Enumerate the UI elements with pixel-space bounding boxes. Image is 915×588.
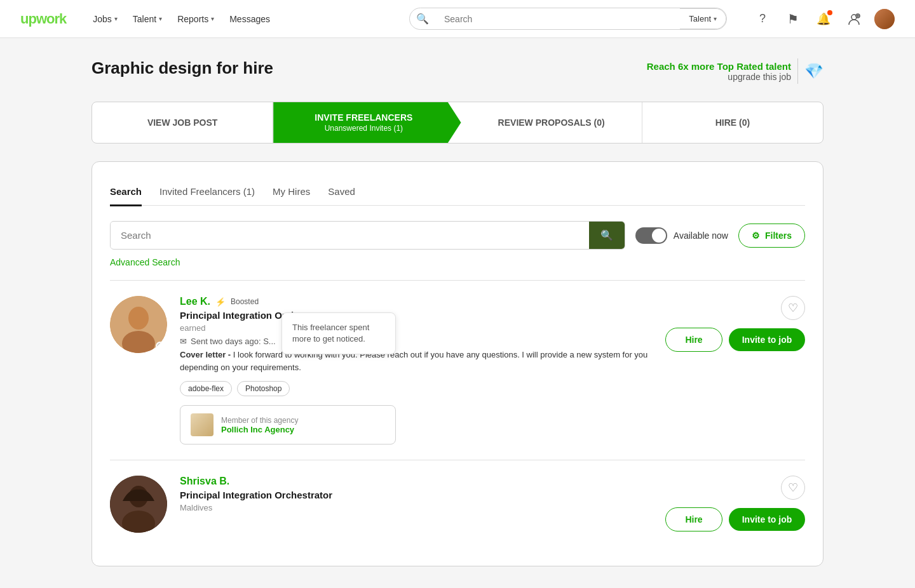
nav-reports[interactable]: Reports ▾ [171, 10, 220, 28]
svg-point-3 [128, 307, 149, 330]
chevron-down-icon: ▾ [114, 15, 118, 22]
tab-my-hires[interactable]: My Hires [273, 180, 310, 206]
freelancer-card-2: Shrisva B. Principal Integration Orchest… [110, 460, 805, 548]
agency-label: Member of this agency [221, 416, 298, 425]
freelancer-location-2: Maldives [180, 503, 653, 512]
upwork-logo[interactable]: upwork [20, 11, 66, 27]
upgrade-section: Reach 6x more Top Rated talent upgrade t… [647, 58, 824, 84]
freelancer-search-input[interactable] [111, 222, 589, 248]
agency-logo [191, 413, 214, 436]
freelancer-actions: ♡ Hire Invite to job [665, 296, 805, 444]
boosted-badge: Boosted [231, 297, 259, 306]
freelancer-title: Principal Integration Orchestrator [180, 310, 653, 321]
search-icon: 🔍 [410, 13, 435, 25]
upgrade-link[interactable]: Reach 6x more Top Rated talent [647, 61, 791, 72]
wf-tab-view-job[interactable]: VIEW JOB POST [92, 102, 273, 143]
actions-row-2: Hire Invite to job [665, 507, 805, 531]
search-field-wrapper: 🔍 Talent ▾ [409, 8, 727, 30]
tooltip-popup: This freelancer spent more to get notice… [281, 312, 396, 354]
freelancer-search-button[interactable]: 🔍 [589, 222, 625, 249]
freelancer-meta: earned [180, 323, 653, 333]
help-icon[interactable]: ? [752, 9, 773, 29]
save-freelancer-button-2[interactable]: ♡ [781, 476, 805, 500]
available-now-label: Available now [674, 231, 728, 241]
flag-icon[interactable]: ⚑ [783, 9, 803, 29]
chevron-down-icon: ▾ [714, 15, 717, 22]
inner-tabs: Search Invited Freelancers (1) My Hires … [110, 180, 805, 206]
wf-tab-invite[interactable]: INVITE FREELANCERS Unanswered Invites (1… [273, 102, 461, 143]
tab-saved[interactable]: Saved [328, 180, 355, 206]
user-avatar[interactable] [874, 9, 895, 29]
invite-to-job-button-2[interactable]: Invite to job [729, 508, 805, 531]
freelancer-name[interactable]: Lee K. [180, 296, 210, 307]
filters-icon: ⚙ [752, 231, 760, 241]
search-input[interactable] [435, 9, 681, 29]
agency-name[interactable]: Pollich Inc Agency [221, 425, 298, 434]
message-icon: ✉ [180, 337, 187, 346]
online-status-dot [156, 342, 165, 351]
chevron-down-icon: ▾ [211, 15, 214, 22]
hire-button-2[interactable]: Hire [665, 507, 722, 531]
freelancer-search-wrapper: 🔍 [110, 221, 625, 250]
toggle-knob [652, 229, 666, 243]
page-header: Graphic design for hire Reach 6x more To… [92, 58, 824, 84]
invite-to-job-button[interactable]: Invite to job [729, 328, 805, 351]
save-freelancer-button[interactable]: ♡ [781, 296, 805, 320]
lightning-icon: ⚡ [215, 297, 226, 307]
nav-links: Jobs ▾ Talent ▾ Reports ▾ Messages [86, 10, 276, 28]
agency-box: Member of this agency Pollich Inc Agency [180, 405, 396, 444]
nav-talent[interactable]: Talent ▾ [126, 10, 168, 28]
notification-dot [827, 10, 832, 15]
available-now-toggle[interactable] [635, 227, 667, 244]
user-management-icon[interactable] [844, 9, 864, 29]
freelancer-card: This freelancer spent more to get notice… [110, 280, 805, 460]
search-bar-row: 🔍 Available now ⚙ Filters [110, 221, 805, 250]
advanced-search-link[interactable]: Advanced Search [110, 257, 180, 267]
tag-adobe-flex[interactable]: adobe-flex [180, 381, 232, 396]
freelancer-name-2[interactable]: Shrisva B. [180, 476, 229, 487]
freelancer-title-2: Principal Integration Orchestrator [180, 490, 653, 500]
skill-tags: adobe-flex Photoshop [180, 381, 653, 396]
upgrade-subtext: upgrade this job [647, 72, 791, 82]
tab-invited-freelancers[interactable]: Invited Freelancers (1) [159, 180, 255, 206]
nav-messages[interactable]: Messages [223, 10, 276, 28]
available-now-toggle-group: Available now [635, 227, 728, 244]
actions-row: Hire Invite to job [665, 328, 805, 352]
navbar: upwork Jobs ▾ Talent ▾ Reports ▾ Message… [0, 0, 915, 38]
freelancer-avatar [110, 296, 167, 353]
page-title: Graphic design for hire [92, 58, 273, 78]
nav-jobs[interactable]: Jobs ▾ [86, 10, 124, 28]
navbar-search-area: 🔍 Talent ▾ [409, 8, 727, 30]
filters-button[interactable]: ⚙ Filters [738, 224, 805, 248]
freelancer-name-row: Lee K. ⚡ Boosted [180, 296, 653, 307]
freelancer-actions-2: ♡ Hire Invite to job [665, 476, 805, 533]
notifications-icon[interactable]: 🔔 [813, 9, 834, 29]
wf-tab-review[interactable]: REVIEW PROPOSALS (0) [455, 102, 642, 143]
divider [797, 58, 798, 84]
freelancer-name-row-2: Shrisva B. [180, 476, 653, 487]
freelancer-info: Lee K. ⚡ Boosted Principal Integration O… [180, 296, 653, 444]
chevron-down-icon: ▾ [159, 15, 162, 22]
search-dropdown[interactable]: Talent ▾ [680, 8, 726, 29]
wf-tab-hire[interactable]: HIRE (0) [636, 102, 823, 143]
diamond-icon: 💎 [804, 62, 824, 80]
navbar-icons: ? ⚑ 🔔 [752, 9, 895, 29]
freelancer-avatar-2 [110, 476, 167, 533]
hire-button[interactable]: Hire [665, 328, 722, 352]
freelancer-info-2: Shrisva B. Principal Integration Orchest… [180, 476, 653, 533]
tab-search[interactable]: Search [110, 180, 142, 206]
upgrade-text: Reach 6x more Top Rated talent upgrade t… [647, 61, 791, 82]
freelancer-sent-message: ✉ Sent two days ago: S... [180, 337, 653, 346]
inner-panel: Search Invited Freelancers (1) My Hires … [92, 161, 824, 566]
workflow-tabs: VIEW JOB POST INVITE FREELANCERS Unanswe… [92, 102, 824, 144]
search-icon: 🔍 [600, 229, 613, 241]
cover-letter: Cover letter - I look forward to working… [180, 349, 653, 373]
main-content: Graphic design for hire Reach 6x more To… [76, 38, 839, 587]
tag-photoshop[interactable]: Photoshop [237, 381, 290, 396]
